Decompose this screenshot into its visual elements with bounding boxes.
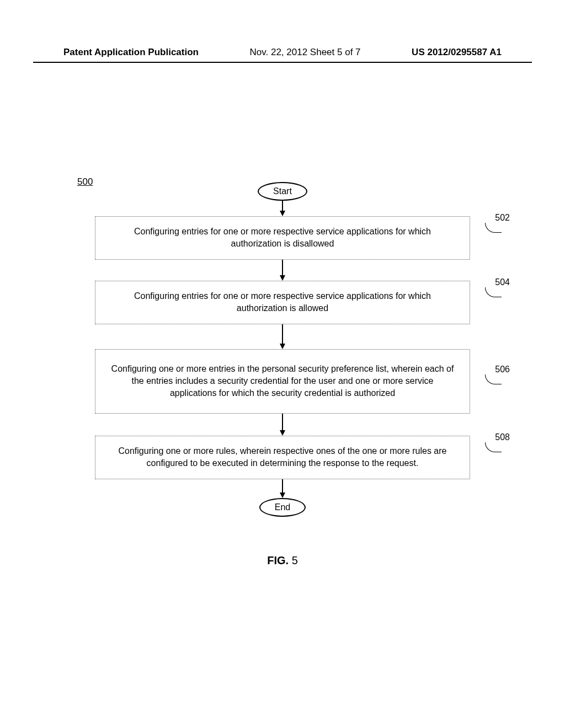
arrow-icon [280,414,285,436]
process-box-508: Configuring one or more rules, wherein r… [95,436,470,479]
callout-label: 508 [495,432,510,442]
callout-connector-icon [485,223,502,233]
arrow-icon [280,479,285,498]
callout-504: 504 [484,277,510,297]
start-terminal: Start [258,182,307,201]
arrow-icon [280,201,285,216]
process-row-508: Configuring one or more rules, wherein r… [0,436,565,479]
callout-label: 506 [495,365,510,374]
callout-508: 508 [484,432,510,452]
callout-label: 502 [495,213,510,223]
header-date-sheet: Nov. 22, 2012 Sheet 5 of 7 [250,47,361,58]
end-terminal: End [259,498,306,517]
process-row-502: Configuring entries for one or more resp… [0,216,565,260]
process-box-506: Configuring one or more entries in the p… [95,349,470,414]
figure-caption-number: 5 [292,554,298,566]
callout-502: 502 [484,213,510,233]
callout-connector-icon [485,374,502,384]
flowchart: Start Configuring entries for one or mor… [0,182,565,517]
callout-connector-icon [485,442,502,452]
callout-label: 504 [495,277,510,287]
header-publication-type: Patent Application Publication [63,47,199,58]
process-box-504: Configuring entries for one or more resp… [95,281,470,324]
figure-caption: FIG. 5 [0,554,565,567]
arrow-icon [280,260,285,281]
callout-506: 506 [484,365,510,384]
process-row-504: Configuring entries for one or more resp… [0,281,565,324]
document-header: Patent Application Publication Nov. 22, … [0,47,565,58]
callout-connector-icon [485,287,502,297]
figure-caption-prefix: FIG. [267,554,291,566]
header-divider [33,62,532,63]
arrow-icon [280,324,285,349]
header-publication-number: US 2012/0295587 A1 [412,47,502,58]
process-row-506: Configuring one or more entries in the p… [0,349,565,414]
process-box-502: Configuring entries for one or more resp… [95,216,470,260]
